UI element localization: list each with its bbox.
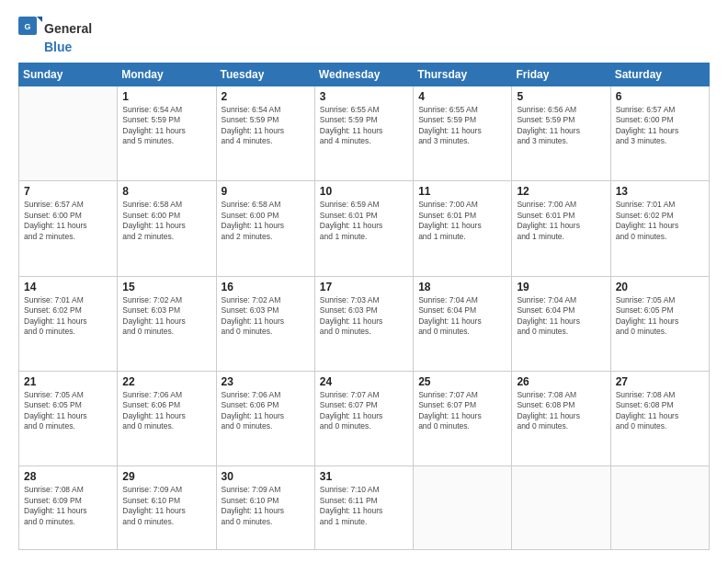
day-number: 10: [320, 185, 408, 198]
calendar-cell: 12Sunrise: 7:00 AM Sunset: 6:01 PM Dayli…: [512, 181, 610, 276]
day-number: 17: [320, 281, 408, 293]
calendar-cell: 21Sunrise: 7:05 AM Sunset: 6:05 PM Dayli…: [19, 371, 118, 465]
day-number: 11: [418, 185, 506, 198]
day-number: 15: [122, 281, 210, 293]
day-number: 1: [122, 90, 210, 103]
day-number: 6: [616, 90, 704, 103]
cell-info: Sunrise: 7:02 AM Sunset: 6:03 PM Dayligh…: [222, 295, 310, 338]
day-number: 4: [418, 90, 506, 103]
page: G General Blue SundayMondayTuesdayWednes…: [0, 0, 728, 563]
calendar-cell: 27Sunrise: 7:08 AM Sunset: 6:08 PM Dayli…: [610, 371, 709, 465]
calendar-cell: 19Sunrise: 7:04 AM Sunset: 6:04 PM Dayli…: [512, 276, 610, 371]
day-number: 2: [222, 90, 310, 103]
calendar-cell: 9Sunrise: 6:58 AM Sunset: 6:00 PM Daylig…: [216, 181, 314, 276]
cell-info: Sunrise: 6:56 AM Sunset: 5:59 PM Dayligh…: [517, 105, 605, 147]
day-number: 24: [320, 375, 408, 388]
col-header-tuesday: Tuesday: [216, 63, 314, 86]
calendar-cell: 30Sunrise: 7:09 AM Sunset: 6:10 PM Dayli…: [216, 466, 314, 550]
logo-general-label: General: [44, 21, 92, 36]
cell-info: Sunrise: 7:01 AM Sunset: 6:02 PM Dayligh…: [616, 200, 704, 242]
logo: G General Blue: [18, 17, 92, 53]
col-header-monday: Monday: [118, 63, 216, 86]
day-number: 30: [222, 470, 310, 483]
calendar-cell: [512, 466, 610, 550]
calendar-cell: 18Sunrise: 7:04 AM Sunset: 6:04 PM Dayli…: [414, 276, 512, 371]
calendar-cell: 8Sunrise: 6:58 AM Sunset: 6:00 PM Daylig…: [118, 181, 216, 276]
calendar-cell: 28Sunrise: 7:08 AM Sunset: 6:09 PM Dayli…: [19, 466, 118, 550]
calendar-cell: 22Sunrise: 7:06 AM Sunset: 6:06 PM Dayli…: [118, 371, 216, 465]
cell-info: Sunrise: 6:54 AM Sunset: 5:59 PM Dayligh…: [122, 105, 210, 147]
cell-info: Sunrise: 6:59 AM Sunset: 6:01 PM Dayligh…: [320, 200, 408, 242]
day-number: 18: [418, 281, 506, 293]
day-number: 16: [222, 281, 310, 293]
svg-marker-1: [37, 17, 42, 22]
day-number: 20: [616, 281, 704, 293]
day-number: 25: [418, 375, 506, 388]
calendar-cell: 13Sunrise: 7:01 AM Sunset: 6:02 PM Dayli…: [610, 181, 709, 276]
cell-info: Sunrise: 7:08 AM Sunset: 6:08 PM Dayligh…: [616, 390, 704, 432]
cell-info: Sunrise: 7:04 AM Sunset: 6:04 PM Dayligh…: [418, 295, 506, 338]
day-number: 26: [517, 375, 605, 388]
cell-info: Sunrise: 7:04 AM Sunset: 6:04 PM Dayligh…: [517, 295, 605, 338]
cell-info: Sunrise: 7:03 AM Sunset: 6:03 PM Dayligh…: [320, 295, 408, 338]
cell-info: Sunrise: 7:06 AM Sunset: 6:06 PM Dayligh…: [222, 390, 310, 432]
calendar-cell: 25Sunrise: 7:07 AM Sunset: 6:07 PM Dayli…: [414, 371, 512, 465]
week-row-2: 7Sunrise: 6:57 AM Sunset: 6:00 PM Daylig…: [19, 181, 710, 276]
calendar-cell: [414, 466, 512, 550]
calendar-cell: 11Sunrise: 7:00 AM Sunset: 6:01 PM Dayli…: [414, 181, 512, 276]
cell-info: Sunrise: 6:57 AM Sunset: 6:00 PM Dayligh…: [616, 105, 704, 147]
day-number: 28: [24, 470, 112, 483]
calendar-cell: 26Sunrise: 7:08 AM Sunset: 6:08 PM Dayli…: [512, 371, 610, 465]
day-number: 12: [517, 185, 605, 198]
cell-info: Sunrise: 7:01 AM Sunset: 6:02 PM Dayligh…: [24, 295, 112, 338]
cell-info: Sunrise: 7:07 AM Sunset: 6:07 PM Dayligh…: [320, 390, 408, 432]
cell-info: Sunrise: 6:58 AM Sunset: 6:00 PM Dayligh…: [222, 200, 310, 242]
calendar-cell: 16Sunrise: 7:02 AM Sunset: 6:03 PM Dayli…: [216, 276, 314, 371]
col-header-wednesday: Wednesday: [314, 63, 413, 86]
cell-info: Sunrise: 7:05 AM Sunset: 6:05 PM Dayligh…: [616, 295, 704, 338]
cell-info: Sunrise: 7:05 AM Sunset: 6:05 PM Dayligh…: [24, 390, 112, 432]
day-number: 31: [320, 470, 408, 483]
svg-text:G: G: [24, 22, 30, 31]
col-header-friday: Friday: [512, 63, 610, 86]
cell-info: Sunrise: 7:07 AM Sunset: 6:07 PM Dayligh…: [418, 390, 506, 432]
day-number: 23: [222, 375, 310, 388]
day-number: 22: [122, 375, 210, 388]
calendar-cell: 10Sunrise: 6:59 AM Sunset: 6:01 PM Dayli…: [314, 181, 413, 276]
calendar-cell: 7Sunrise: 6:57 AM Sunset: 6:00 PM Daylig…: [19, 181, 118, 276]
cell-info: Sunrise: 6:55 AM Sunset: 5:59 PM Dayligh…: [418, 105, 506, 147]
header: G General Blue: [18, 17, 710, 53]
cell-info: Sunrise: 7:00 AM Sunset: 6:01 PM Dayligh…: [418, 200, 506, 242]
day-number: 8: [122, 185, 210, 198]
calendar-cell: [610, 466, 709, 550]
calendar-cell: 17Sunrise: 7:03 AM Sunset: 6:03 PM Dayli…: [314, 276, 413, 371]
col-header-sunday: Sunday: [19, 63, 118, 86]
day-number: 3: [320, 90, 408, 103]
cell-info: Sunrise: 7:08 AM Sunset: 6:09 PM Dayligh…: [24, 485, 112, 527]
cell-info: Sunrise: 6:55 AM Sunset: 5:59 PM Dayligh…: [320, 105, 408, 147]
calendar-table: SundayMondayTuesdayWednesdayThursdayFrid…: [18, 63, 710, 550]
week-row-5: 28Sunrise: 7:08 AM Sunset: 6:09 PM Dayli…: [19, 466, 710, 550]
day-number: 5: [517, 90, 605, 103]
week-row-3: 14Sunrise: 7:01 AM Sunset: 6:02 PM Dayli…: [19, 276, 710, 371]
header-row: SundayMondayTuesdayWednesdayThursdayFrid…: [19, 63, 710, 86]
day-number: 19: [517, 281, 605, 293]
day-number: 13: [616, 185, 704, 198]
cell-info: Sunrise: 7:09 AM Sunset: 6:10 PM Dayligh…: [122, 485, 210, 527]
calendar-cell: 1Sunrise: 6:54 AM Sunset: 5:59 PM Daylig…: [118, 86, 216, 181]
calendar-cell: 29Sunrise: 7:09 AM Sunset: 6:10 PM Dayli…: [118, 466, 216, 550]
day-number: 29: [122, 470, 210, 483]
cell-info: Sunrise: 7:10 AM Sunset: 6:11 PM Dayligh…: [320, 485, 408, 527]
cell-info: Sunrise: 7:08 AM Sunset: 6:08 PM Dayligh…: [517, 390, 605, 432]
calendar-cell: 2Sunrise: 6:54 AM Sunset: 5:59 PM Daylig…: [216, 86, 314, 181]
cell-info: Sunrise: 7:02 AM Sunset: 6:03 PM Dayligh…: [122, 295, 210, 338]
cell-info: Sunrise: 7:06 AM Sunset: 6:06 PM Dayligh…: [122, 390, 210, 432]
col-header-saturday: Saturday: [610, 63, 709, 86]
day-number: 7: [24, 185, 112, 198]
day-number: 21: [24, 375, 112, 388]
day-number: 14: [24, 281, 112, 293]
day-number: 9: [222, 185, 310, 198]
calendar-cell: 14Sunrise: 7:01 AM Sunset: 6:02 PM Dayli…: [19, 276, 118, 371]
cell-info: Sunrise: 6:54 AM Sunset: 5:59 PM Dayligh…: [222, 105, 310, 147]
calendar-cell: 20Sunrise: 7:05 AM Sunset: 6:05 PM Dayli…: [610, 276, 709, 371]
